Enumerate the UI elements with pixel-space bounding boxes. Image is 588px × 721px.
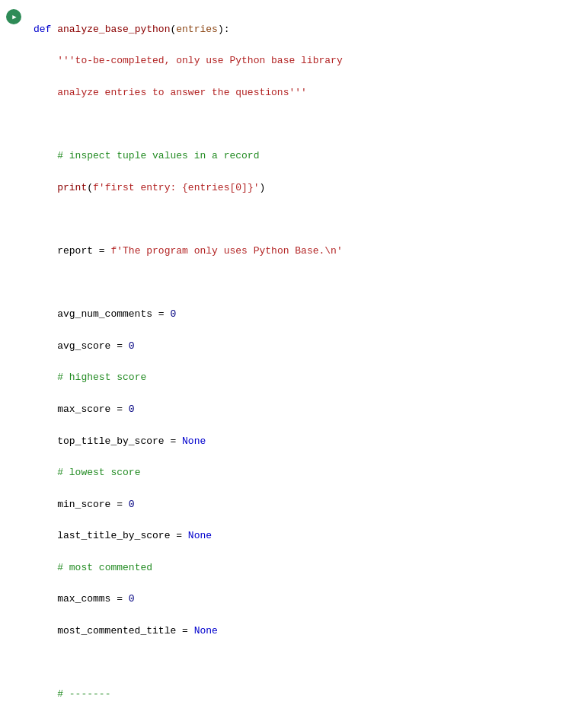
code-line-4: [34, 117, 582, 133]
code-line-2: '''to-be-completed, only use Python base…: [34, 53, 582, 69]
code-line-6: print(f'first entry: {entries[0]}'): [34, 180, 582, 196]
code-line-15: # lowest score: [34, 465, 582, 481]
code-line-10: avg_num_comments = 0: [34, 307, 582, 323]
code-line-7: [34, 212, 582, 228]
code-line-16: min_score = 0: [34, 497, 582, 513]
code-line-5: # inspect tuple values in a record: [34, 148, 582, 164]
code-line-19: max_comms = 0: [34, 592, 582, 608]
code-line-3: analyze entries to answer the questions'…: [34, 85, 582, 101]
code-line-1: def analyze_base_python(entries):: [34, 22, 582, 38]
code-line-12: # highest score: [34, 370, 582, 386]
code-area: def analyze_base_python(entries): '''to-…: [0, 0, 588, 721]
code-line-8: report = f'The program only uses Python …: [34, 244, 582, 260]
run-button[interactable]: [6, 9, 21, 24]
code-line-20: most_commented_title = None: [34, 624, 582, 640]
code-line-18: # most commented: [34, 560, 582, 576]
code-line-13: max_score = 0: [34, 402, 582, 418]
code-line-14: top_title_by_score = None: [34, 434, 582, 450]
code-content[interactable]: def analyze_base_python(entries): '''to-…: [27, 6, 588, 721]
code-line-17: last_title_by_score = None: [34, 528, 582, 544]
gutter: [0, 6, 27, 721]
editor-container: def analyze_base_python(entries): '''to-…: [0, 0, 588, 721]
code-line-21: [34, 656, 582, 672]
code-line-9: [34, 276, 582, 292]
code-line-11: avg_score = 0: [34, 339, 582, 355]
code-line-22: # -------: [34, 687, 582, 703]
